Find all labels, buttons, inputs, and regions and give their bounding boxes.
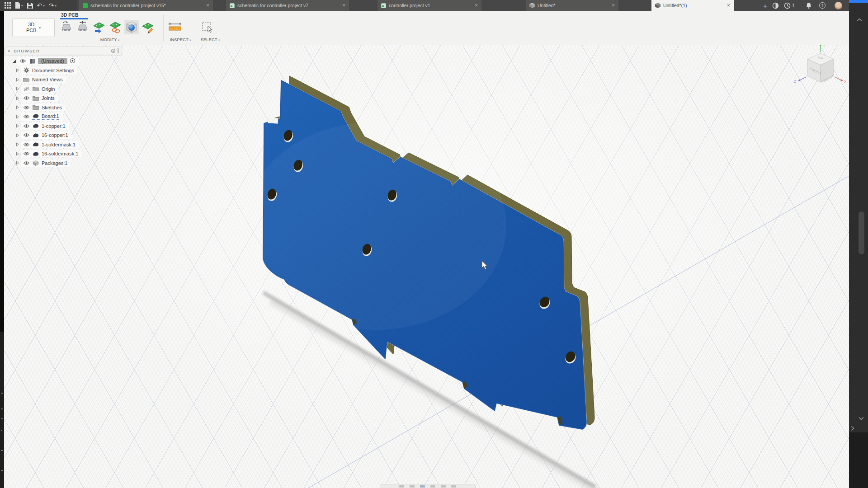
inspect-group-label[interactable]: INSPECT ▾ bbox=[165, 37, 196, 42]
tree-row-packages[interactable]: Packages:1 bbox=[5, 159, 122, 168]
select-tool-button[interactable] bbox=[200, 20, 215, 34]
visibility-eye-icon[interactable] bbox=[23, 142, 30, 147]
tab-schematic-v7[interactable]: schematic for controller project v7 × bbox=[226, 0, 349, 11]
tree-row-named-views[interactable]: Named Views bbox=[5, 75, 122, 84]
tab-untitled-1-active[interactable]: Untitled*(1) × bbox=[651, 0, 734, 11]
visibility-eye-hidden-icon[interactable] bbox=[23, 87, 30, 91]
disclosure-collapsed-icon[interactable] bbox=[14, 133, 21, 137]
panel-grip[interactable] bbox=[118, 48, 119, 53]
tab-controller-v1[interactable]: controller project v1 × bbox=[377, 0, 481, 11]
tree-row-root[interactable]: (Unsaved) bbox=[5, 56, 122, 66]
scroll-right-icon[interactable] bbox=[851, 426, 854, 431]
tree-row-board[interactable]: Board:1 bbox=[5, 112, 122, 122]
save-button[interactable] bbox=[27, 3, 33, 9]
undo-icon: ↶ bbox=[37, 2, 42, 9]
file-menu-button[interactable]: ▾ bbox=[15, 2, 23, 9]
disclosure-collapsed-icon[interactable] bbox=[14, 68, 21, 72]
package-box-icon bbox=[32, 160, 39, 166]
tree-row-joints[interactable]: Joints bbox=[5, 94, 122, 103]
tree-row-1-soldermask[interactable]: 1-soldermask:1 bbox=[5, 140, 122, 150]
browser-panel-header[interactable]: « BROWSER bbox=[5, 47, 122, 55]
tree-row-origin[interactable]: Origin bbox=[5, 84, 122, 94]
disclosure-collapsed-icon[interactable] bbox=[14, 142, 21, 146]
help-button[interactable]: ? bbox=[819, 0, 826, 11]
tab-schematic-v15[interactable]: schematic for controller project v15* × bbox=[79, 0, 213, 11]
scrollbar-thumb[interactable] bbox=[859, 211, 864, 254]
pan-icon[interactable] bbox=[420, 485, 425, 488]
extensions-button[interactable] bbox=[772, 0, 779, 11]
tree-row-16-copper[interactable]: 16-copper:1 bbox=[5, 131, 122, 140]
close-icon[interactable]: × bbox=[206, 2, 209, 9]
component-move-icon bbox=[76, 21, 90, 33]
panel-display-toggle-icon[interactable] bbox=[111, 49, 115, 53]
root-document-name[interactable]: (Unsaved) bbox=[38, 58, 67, 64]
new-tab-button[interactable]: + bbox=[763, 0, 767, 11]
window-accent-bar bbox=[849, 0, 868, 3]
component-move-button[interactable] bbox=[75, 20, 90, 34]
viewcube[interactable]: TOP FRONT RIGHT Y X Z bbox=[791, 40, 850, 89]
disclosure-collapsed-icon[interactable] bbox=[14, 152, 21, 156]
link-pcb-button[interactable] bbox=[108, 20, 123, 34]
tree-row-1-copper[interactable]: 1-copper:1 bbox=[5, 122, 122, 131]
visibility-eye-icon[interactable] bbox=[23, 105, 30, 110]
ribbon-tab-3d-pcb[interactable]: 3D PCB bbox=[61, 12, 79, 18]
disclosure-collapsed-icon[interactable] bbox=[14, 124, 21, 128]
edit-pcb-button[interactable] bbox=[141, 20, 155, 34]
collapse-panel-icon[interactable]: « bbox=[8, 48, 10, 53]
close-icon[interactable]: × bbox=[342, 2, 345, 9]
chevron-down-icon: ▾ bbox=[218, 38, 220, 42]
app-grid-icon[interactable] bbox=[5, 2, 11, 9]
disclosure-collapsed-icon[interactable] bbox=[14, 96, 21, 100]
tree-item-label: Sketches bbox=[42, 105, 62, 110]
visibility-eye-icon[interactable] bbox=[19, 59, 26, 63]
disclosure-collapsed-icon[interactable] bbox=[14, 78, 21, 82]
select-group-label[interactable]: SELECT ▾ bbox=[197, 37, 224, 42]
close-icon[interactable]: × bbox=[727, 2, 730, 9]
schematic-file-icon bbox=[83, 3, 88, 8]
avatar bbox=[835, 2, 842, 9]
disclosure-collapsed-icon[interactable] bbox=[14, 105, 21, 109]
component-push-button[interactable] bbox=[59, 20, 74, 34]
visibility-eye-icon[interactable] bbox=[23, 151, 30, 156]
close-icon[interactable]: × bbox=[612, 2, 615, 9]
job-status-button[interactable]: 1 bbox=[784, 0, 795, 11]
disclosure-collapsed-icon[interactable] bbox=[14, 161, 21, 165]
visibility-eye-icon[interactable] bbox=[23, 161, 30, 165]
viewport-canvas[interactable] bbox=[4, 45, 849, 488]
look-at-icon[interactable] bbox=[410, 485, 415, 488]
measure-button[interactable] bbox=[168, 20, 182, 34]
workspace-line2: PCB bbox=[26, 28, 37, 33]
activate-radio-icon[interactable] bbox=[70, 58, 75, 65]
tree-row-document-settings[interactable]: Document Settings bbox=[5, 66, 122, 75]
navigation-bar[interactable] bbox=[380, 484, 476, 488]
appearance-button[interactable] bbox=[124, 20, 139, 34]
orbit-icon[interactable] bbox=[399, 485, 404, 488]
tree-row-16-soldermask[interactable]: 16-soldermask:1 bbox=[5, 149, 122, 159]
toolbar-divider bbox=[196, 14, 196, 42]
visibility-eye-icon[interactable] bbox=[23, 133, 30, 137]
browser-panel: « BROWSER (Unsaved) bbox=[5, 47, 122, 168]
zoom-icon[interactable] bbox=[430, 485, 435, 488]
close-icon[interactable]: × bbox=[475, 2, 478, 9]
visibility-eye-icon[interactable] bbox=[23, 96, 30, 100]
scroll-down-icon[interactable] bbox=[858, 417, 864, 420]
disclosure-expanded-icon[interactable] bbox=[11, 59, 17, 63]
visibility-eye-icon[interactable] bbox=[23, 114, 30, 119]
scroll-up-icon[interactable] bbox=[856, 18, 863, 22]
disclosure-collapsed-icon[interactable] bbox=[14, 115, 21, 119]
workspace-switcher-button[interactable]: 3D PCB ▾ bbox=[12, 18, 55, 37]
push-to-pcb-button[interactable] bbox=[92, 20, 106, 34]
visibility-eye-icon[interactable] bbox=[23, 124, 30, 128]
display-settings-icon[interactable] bbox=[451, 485, 456, 488]
toolbar-divider bbox=[163, 14, 164, 42]
tree-row-sketches[interactable]: Sketches bbox=[5, 103, 122, 113]
tree-item-label: Board:1 bbox=[42, 113, 59, 119]
disclosure-collapsed-icon[interactable] bbox=[14, 87, 21, 91]
account-button[interactable] bbox=[835, 0, 842, 11]
fit-icon[interactable] bbox=[441, 485, 446, 488]
tab-untitled[interactable]: Untitled* × bbox=[526, 0, 618, 11]
undo-button[interactable]: ↶▾ bbox=[37, 2, 45, 9]
redo-button[interactable]: ↷▾ bbox=[49, 2, 57, 9]
help-icon: ? bbox=[819, 2, 826, 9]
modify-group-label[interactable]: MODIFY ▾ bbox=[59, 37, 160, 42]
